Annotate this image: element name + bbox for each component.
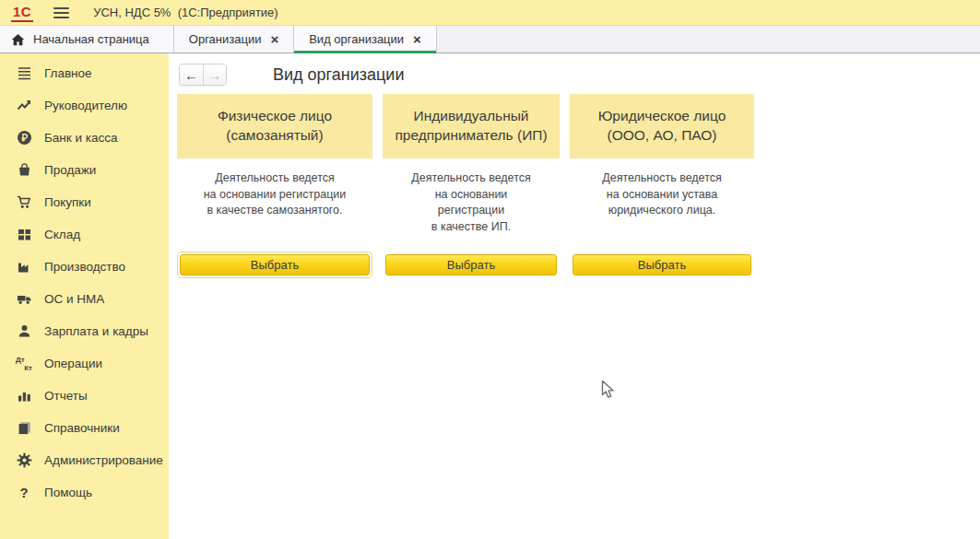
tab-organization-type[interactable]: Вид организации × — [294, 26, 437, 53]
card-title: Юридическое лицо (ООО, АО, ПАО) — [570, 94, 754, 158]
person-icon — [16, 323, 32, 340]
gear-icon — [16, 452, 32, 469]
sidebar-item-administration[interactable]: Администрирование — [0, 444, 169, 476]
sidebar-item-label: Покупки — [44, 195, 91, 209]
card-individual-self-employed: Физическое лицо (самозанятый) Деятельнос… — [177, 94, 372, 278]
sidebar-item-label: Отчеты — [44, 389, 88, 403]
sidebar-item-label: Банк и касса — [44, 131, 118, 145]
card-title: Индивидуальный предприниматель (ИП) — [383, 94, 560, 158]
select-button[interactable]: Выбрать — [573, 254, 751, 275]
sidebar-item-purchases[interactable]: Покупки — [0, 186, 169, 218]
window-body: Главное Руководителю Банк и касса Продаж… — [0, 53, 980, 539]
truck-icon — [16, 291, 32, 308]
ruble-icon — [16, 130, 32, 146]
main-menu-icon[interactable] — [53, 7, 69, 18]
card-legal-entity: Юридическое лицо (ООО, АО, ПАО) Деятельн… — [570, 94, 754, 278]
back-button[interactable]: ← — [180, 64, 203, 85]
card-title: Физическое лицо (самозанятый) — [177, 94, 372, 158]
mouse-cursor — [601, 380, 618, 404]
question-icon: ? — [16, 485, 32, 501]
sidebar-item-label: Главное — [44, 66, 92, 80]
tab-label: Организации — [189, 32, 262, 46]
sidebar-item-label: Зарплата и кадры — [44, 324, 148, 338]
forward-button[interactable]: → — [203, 64, 226, 85]
sidebar-item-label: Производство — [44, 260, 125, 274]
select-button-wrap: Выбрать — [177, 252, 372, 278]
trend-up-icon — [16, 98, 32, 114]
dt-kt-icon: ДтКт — [16, 356, 32, 372]
page-header: ← → Вид организации — [179, 63, 980, 87]
card-individual-entrepreneur: Индивидуальный предприниматель (ИП) Деят… — [383, 94, 560, 278]
select-button[interactable]: Выбрать — [180, 254, 370, 275]
content-pane: ← → Вид организации Физическое лицо (сам… — [169, 53, 980, 539]
select-button[interactable]: Выбрать — [385, 254, 557, 275]
sidebar-item-label: Администрирование — [44, 453, 163, 467]
title-bar: 1С УСН, НДС 5% (1С:Предприятие) — [0, 0, 980, 26]
sidebar-item-operations[interactable]: ДтКт Операции — [0, 347, 169, 380]
close-icon[interactable]: × — [270, 32, 278, 46]
select-button-wrap: Выбрать — [570, 252, 754, 278]
sidebar-item-label: Руководителю — [44, 99, 127, 112]
sidebar-item-directories[interactable]: Справочники — [0, 412, 169, 444]
sidebar-item-fixed-assets[interactable]: ОС и НМА — [0, 283, 169, 315]
sidebar-item-help[interactable]: ? Помощь — [0, 476, 169, 509]
warehouse-icon — [16, 227, 32, 243]
factory-icon — [16, 259, 32, 275]
window-title: УСН, НДС 5% (1С:Предприятие) — [93, 6, 277, 19]
history-nav: ← → — [179, 64, 227, 86]
sidebar-item-label: Операции — [44, 357, 102, 370]
sidebar-item-reports[interactable]: Отчеты — [0, 380, 169, 412]
sidebar-item-bank-cash[interactable]: Банк и касса — [0, 122, 169, 154]
sidebar-item-label: ОС и НМА — [44, 292, 104, 306]
sidebar-item-label: Справочники — [44, 421, 120, 435]
sidebar-item-main[interactable]: Главное — [0, 57, 169, 89]
page-title: Вид организации — [273, 65, 404, 85]
card-description: Деятельность ведется на основании регист… — [177, 170, 372, 243]
sidebar-item-label: Помощь — [44, 486, 92, 499]
sidebar-item-production[interactable]: Производство — [0, 251, 169, 283]
home-icon — [11, 33, 25, 46]
sidebar-item-warehouse[interactable]: Склад — [0, 218, 169, 251]
card-description: Деятельность ведется на основании регист… — [383, 170, 560, 243]
select-button-wrap: Выбрать — [383, 252, 560, 278]
card-description: Деятельность ведется на основании устава… — [570, 170, 754, 243]
menu-icon — [16, 65, 32, 82]
sidebar-item-manager[interactable]: Руководителю — [0, 89, 169, 122]
close-icon[interactable]: × — [413, 32, 421, 46]
sidebar: Главное Руководителю Банк и касса Продаж… — [0, 53, 169, 539]
1c-logo: 1С — [11, 4, 33, 22]
cart-icon — [16, 194, 32, 211]
sidebar-item-sales[interactable]: Продажи — [0, 154, 169, 186]
bar-chart-icon — [16, 388, 32, 404]
tab-home-page[interactable]: Начальная страница — [0, 26, 174, 53]
books-icon — [16, 420, 32, 437]
sidebar-item-label: Склад — [44, 228, 80, 241]
tab-label: Начальная страница — [33, 32, 149, 46]
sidebar-item-payroll-hr[interactable]: Зарплата и кадры — [0, 315, 169, 347]
tab-organizations[interactable]: Организации × — [174, 26, 294, 53]
organization-type-cards: Физическое лицо (самозанятый) Деятельнос… — [177, 94, 980, 278]
tab-label: Вид организации — [309, 32, 404, 46]
bag-icon — [16, 162, 32, 179]
tab-bar: Начальная страница Организации × Вид орг… — [0, 26, 980, 53]
sidebar-item-label: Продажи — [44, 163, 96, 177]
